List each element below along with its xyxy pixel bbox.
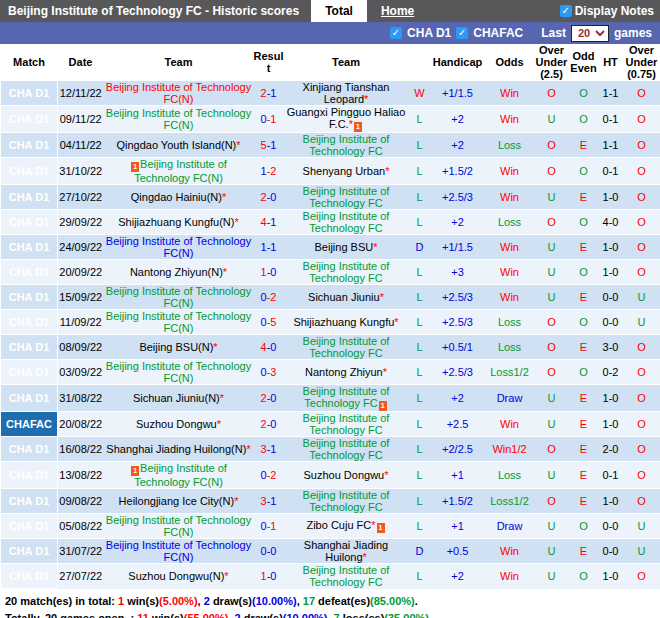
- checkbox-checked-icon[interactable]: ✓: [560, 5, 572, 17]
- result-letter: L: [409, 285, 431, 310]
- odd-even: O: [569, 564, 599, 589]
- away-goals: -0: [267, 341, 277, 353]
- home-team: Beijing Institute of Technology FC(N): [104, 514, 254, 539]
- display-notes-toggle: ✓ Display Notes: [560, 0, 660, 22]
- result-letter: D: [409, 235, 431, 260]
- table-row: CHA D113/08/221Beijing Institute of Tech…: [1, 462, 660, 489]
- half-time-score: 1-0: [599, 385, 623, 412]
- col-ht: HT: [599, 44, 623, 81]
- handicap-value: +2.5/3: [431, 185, 485, 210]
- opponent-star: *: [349, 118, 353, 130]
- opponent-star: *: [234, 216, 238, 228]
- handicap-value: +2: [431, 210, 485, 235]
- summary-segment: (10.00%): [252, 595, 297, 607]
- odds-result: Win: [485, 412, 535, 437]
- handicap-value: +2: [431, 133, 485, 158]
- away-team: Beijing Institute of Technology FC: [284, 564, 409, 589]
- col-match: Match: [1, 44, 58, 81]
- match-date: 05/08/22: [58, 514, 104, 539]
- table-row: CHA D112/11/22Beijing Institute of Techn…: [1, 81, 660, 106]
- match-date: 11/09/22: [58, 310, 104, 335]
- table-row: CHA D115/09/22Beijing Institute of Techn…: [1, 285, 660, 310]
- full-time-score: 2-0: [254, 412, 284, 437]
- team-name: Suzhou Dongwu: [303, 469, 384, 481]
- team-name: Beijing Institute of Technology FC(N): [106, 81, 251, 105]
- table-row: CHA D120/09/22Nantong Zhiyun(N)*1-0Beiji…: [1, 260, 660, 285]
- team-name: Sichuan Jiuniu(N): [133, 392, 220, 404]
- half-time-score: 0-2: [599, 360, 623, 385]
- over-under-25: U: [535, 514, 569, 539]
- odd-even: O: [569, 81, 599, 106]
- summary-segment: loss(es): [340, 612, 385, 618]
- handicap-value: +1/1.5: [431, 235, 485, 260]
- team-name: Beijing Institute of Technology FC: [303, 564, 390, 588]
- home-team: Beijing Institute of Technology FC(N): [104, 106, 254, 133]
- odds-result: Win: [485, 539, 535, 564]
- games-count-select[interactable]: 20: [571, 25, 609, 42]
- handicap-value: +2.5/3: [431, 360, 485, 385]
- away-team: Shanghai Jiading Huilong*: [284, 539, 409, 564]
- result-letter: L: [409, 360, 431, 385]
- league-badge: CHA D1: [1, 210, 58, 235]
- over-under-075: O: [623, 360, 660, 385]
- opponent-star: *: [220, 392, 224, 404]
- result-letter: L: [409, 310, 431, 335]
- full-time-score: 0-1: [254, 106, 284, 133]
- team-name: Shanghai Jiading Huilong: [304, 539, 388, 563]
- odd-even: E: [569, 385, 599, 412]
- col-over-under-075: Over Under (0.75): [623, 44, 660, 81]
- team-name: Shijiazhuang Kungfu: [293, 316, 394, 328]
- full-time-score: 4-1: [254, 210, 284, 235]
- half-time-score: 0-0: [599, 514, 623, 539]
- handicap-value: +1.5/2: [431, 158, 485, 185]
- over-under-075: O: [623, 235, 660, 260]
- summary-segment: 17: [303, 595, 315, 607]
- checkbox-checked-icon[interactable]: ✓: [390, 27, 402, 39]
- summary-segment: (35.00%): [384, 612, 429, 618]
- tab-home[interactable]: Home: [367, 0, 428, 22]
- team-name: Beijing Institute of Technology FC: [303, 185, 390, 209]
- away-goals: -2: [267, 469, 277, 481]
- checkbox-checked-icon[interactable]: ✓: [456, 27, 468, 39]
- away-goals: -2: [267, 165, 277, 177]
- opponent-star: *: [246, 443, 250, 455]
- league-badge: CHA D1: [1, 489, 58, 514]
- card-icon: 1: [131, 466, 139, 476]
- opponent-star: *: [224, 570, 228, 582]
- opponent-star: *: [384, 469, 388, 481]
- card-icon: 1: [354, 122, 362, 132]
- opponent-star: *: [380, 291, 384, 303]
- home-team: Beijing Institute of Technology FC(N): [104, 81, 254, 106]
- team-name: Beijing Institute of Technology FC(N): [106, 514, 251, 538]
- away-team: Beijing Institute of Technology FC: [284, 335, 409, 360]
- summary-segment: (85.00%): [370, 595, 415, 607]
- half-time-score: 3-0: [599, 335, 623, 360]
- home-team: Beijing Institute of Technology FC(N): [104, 310, 254, 335]
- league-badge: CHA D1: [1, 81, 58, 106]
- league-badge: CHA D1: [1, 539, 58, 564]
- team-name: Beijing Institute of Technology FC(N): [106, 310, 251, 334]
- team-name: Zibo Cuju FC: [306, 519, 371, 531]
- full-time-score: 2-1: [254, 81, 284, 106]
- over-under-25: U: [535, 539, 569, 564]
- tab-total[interactable]: Total: [311, 0, 367, 22]
- odds-result: Win: [485, 285, 535, 310]
- opponent-star: *: [213, 341, 217, 353]
- home-team: Suzhou Dongwu*: [104, 412, 254, 437]
- odds-result: Draw: [485, 514, 535, 539]
- half-time-score: 1-0: [599, 185, 623, 210]
- odd-even: O: [569, 360, 599, 385]
- away-goals: -1: [267, 139, 277, 151]
- opponent-star: *: [363, 551, 367, 563]
- team-name: Beijing Institute of Technology FC: [303, 437, 390, 461]
- team-name: Beijing Institute of Technology FC: [303, 385, 390, 409]
- over-under-075: O: [623, 385, 660, 412]
- over-under-25: U: [535, 106, 569, 133]
- odds-result: Win1/2: [485, 437, 535, 462]
- odds-result: Draw: [485, 385, 535, 412]
- league-badge: CHA D1: [1, 514, 58, 539]
- over-under-075: O: [623, 106, 660, 133]
- table-row: CHA D111/09/22Beijing Institute of Techn…: [1, 310, 660, 335]
- away-team: Beijing Institute of Technology FC1: [284, 385, 409, 412]
- col-odd-even: Odd Even: [569, 44, 599, 81]
